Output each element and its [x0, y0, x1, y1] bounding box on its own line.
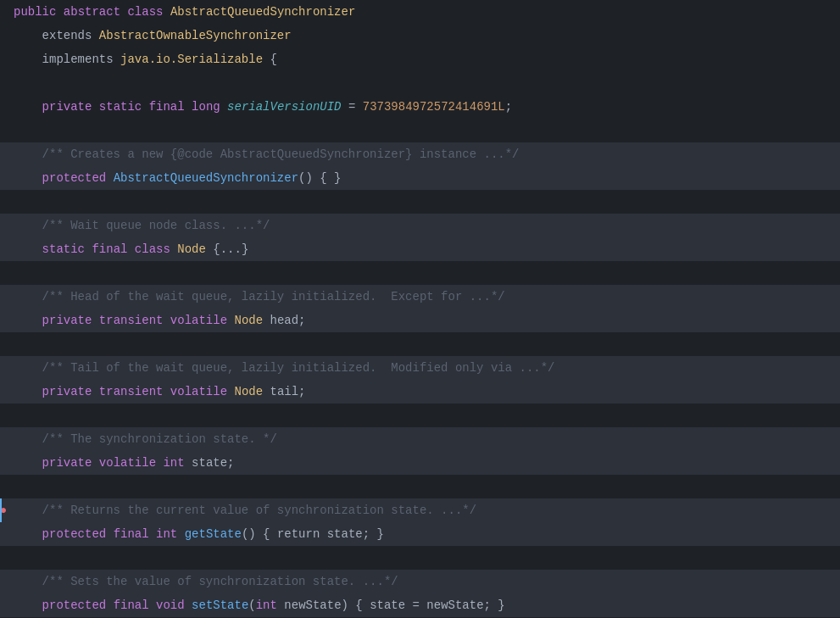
code-line: /** Head of the wait queue, lazily initi… — [0, 285, 840, 309]
code-token: int — [163, 456, 184, 470]
code-token — [177, 527, 184, 541]
code-token — [14, 575, 42, 588]
line-content — [7, 547, 840, 569]
line-content: /** Head of the wait queue, lazily initi… — [7, 286, 840, 308]
code-token: serialVersionUID — [227, 100, 341, 114]
code-token: java.io.Serializable — [120, 53, 263, 66]
code-line: /** Creates a new {@code AbstractQueuedS… — [0, 142, 840, 166]
code-line: /** Wait queue node class. ...*/ — [0, 214, 840, 237]
code-token — [14, 242, 42, 256]
code-line: public abstract class AbstractQueuedSync… — [0, 0, 840, 24]
line-content — [7, 404, 840, 426]
code-token: /** Head of the wait queue, lazily initi… — [42, 290, 505, 303]
code-token — [163, 5, 170, 19]
code-token: private — [42, 100, 92, 114]
code-token — [220, 100, 227, 114]
line-content: /** Sets the value of synchronization st… — [7, 571, 840, 593]
line-content: /** Tail of the wait queue, lazily initi… — [7, 357, 840, 379]
code-token: /** Sets the value of synchronization st… — [42, 575, 398, 588]
code-token — [142, 100, 148, 114]
code-token — [106, 527, 113, 541]
line-content: private static final long serialVersionU… — [7, 96, 840, 118]
code-token: final — [114, 527, 149, 541]
line-content: private transient volatile Node head; — [7, 309, 840, 331]
code-token — [92, 100, 98, 114]
code-line: private transient volatile Node tail; — [0, 380, 840, 404]
code-token: static — [99, 100, 142, 114]
code-token: protected — [42, 527, 107, 541]
line-content: protected final void setState(int newSta… — [7, 594, 840, 616]
code-token: state; — [185, 456, 235, 470]
code-token: protected — [42, 599, 107, 612]
code-token: { — [263, 53, 277, 66]
code-line: /** Tail of the wait queue, lazily initi… — [0, 356, 840, 380]
code-token: public — [14, 5, 56, 19]
code-token: /** Wait queue node class. ...*/ — [42, 219, 270, 232]
line-content: /** The synchronization state. */ — [7, 428, 840, 450]
code-token — [14, 53, 42, 66]
code-token: getState — [185, 527, 242, 541]
code-line: private volatile int state; — [0, 451, 840, 475]
code-token: implements — [42, 53, 114, 66]
code-line — [0, 261, 840, 285]
code-token: Node — [234, 314, 263, 327]
line-content: static final class Node {...} — [7, 238, 840, 260]
code-token: final — [149, 100, 185, 114]
code-token: transient — [99, 385, 164, 398]
code-editor: public abstract class AbstractQueuedSync… — [0, 0, 840, 618]
code-token — [14, 148, 42, 161]
code-line — [0, 332, 840, 356]
code-token — [163, 314, 170, 327]
code-token — [92, 456, 98, 470]
code-token — [14, 290, 42, 303]
code-token — [14, 100, 42, 114]
line-content: protected AbstractQueuedSynchronizer() {… — [7, 167, 840, 189]
code-line: /** The synchronization state. */ — [0, 427, 840, 451]
code-token — [14, 361, 42, 375]
code-token — [14, 29, 42, 42]
line-content: public abstract class AbstractQueuedSync… — [7, 1, 840, 23]
code-token: AbstractQueuedSynchronizer — [114, 171, 298, 185]
code-token: tail; — [263, 385, 305, 398]
code-token: () { } — [298, 171, 341, 185]
code-token — [14, 504, 42, 517]
code-token: ; — [505, 100, 512, 114]
code-token: = — [342, 100, 363, 114]
line-content — [7, 476, 840, 498]
code-token: /** Tail of the wait queue, lazily initi… — [42, 361, 555, 375]
code-line: /** Sets the value of synchronization st… — [0, 570, 840, 593]
code-line: protected AbstractQueuedSynchronizer() {… — [0, 166, 840, 190]
code-token — [114, 53, 120, 66]
code-token: extends — [42, 29, 92, 42]
code-token — [106, 171, 113, 185]
code-line — [0, 475, 840, 498]
code-token: newState) { — [277, 599, 370, 612]
code-token: setState — [192, 599, 248, 612]
line-content: protected final int getState() { return … — [7, 523, 840, 545]
code-token: protected — [42, 171, 107, 185]
line-content: extends AbstractOwnableSynchronizer — [7, 25, 840, 47]
code-token: class — [127, 5, 163, 19]
code-token: /** The synchronization state. */ — [42, 432, 277, 446]
code-token: class — [135, 242, 170, 256]
line-content: /** Returns the current value of synchro… — [7, 499, 840, 521]
code-line — [0, 546, 840, 570]
code-token — [14, 385, 42, 398]
line-content — [7, 333, 840, 355]
code-line — [0, 71, 840, 95]
code-token: AbstractOwnableSynchronizer — [99, 29, 292, 42]
code-token — [127, 242, 134, 256]
code-line: ● /** Returns the current value of synch… — [0, 498, 840, 522]
code-token — [14, 432, 42, 446]
code-line: implements java.io.Serializable { — [0, 47, 840, 71]
code-token: int — [156, 527, 177, 541]
code-token — [92, 385, 98, 398]
code-line: protected final void setState(int newSta… — [0, 593, 840, 617]
line-content: /** Creates a new {@code AbstractQueuedS… — [7, 143, 840, 165]
code-token — [14, 314, 42, 327]
code-token: static — [42, 242, 85, 256]
line-content: implements java.io.Serializable { — [7, 48, 840, 70]
code-token: () { return state; } — [242, 527, 384, 541]
line-content — [7, 191, 840, 213]
code-token — [106, 599, 113, 612]
